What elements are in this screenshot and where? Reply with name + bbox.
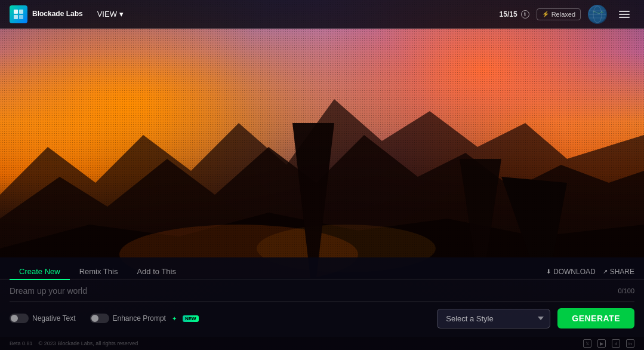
- prompt-row: 0/100: [0, 280, 644, 302]
- top-nav: Blockade Labs VIEW ▾ 15/15 ℹ Relaxed: [0, 0, 644, 29]
- logo-icon: [10, 5, 27, 23]
- tab-create-new[interactable]: Create New: [10, 263, 70, 280]
- svg-rect-11: [19, 15, 23, 19]
- download-icon: ⬇: [546, 268, 551, 275]
- menu-line-1: [619, 11, 630, 12]
- controls-right: Select a Style Anime Cartoon Cinematic D…: [437, 308, 634, 328]
- prompt-input[interactable]: [10, 286, 611, 296]
- style-select[interactable]: Select a Style Anime Cartoon Cinematic D…: [437, 309, 550, 328]
- svg-rect-8: [14, 10, 18, 14]
- tabs-row: Create New Remix This Add to This ⬇ DOWN…: [0, 257, 644, 280]
- relaxed-badge: Relaxed: [537, 8, 581, 20]
- generate-button[interactable]: GENERATE: [557, 308, 634, 328]
- download-button[interactable]: ⬇ DOWNLOAD: [546, 268, 596, 276]
- logo-text: Blockade Labs: [32, 10, 83, 18]
- enhance-prompt-label: Enhance Prompt: [113, 314, 166, 323]
- bottom-panel: Create New Remix This Add to This ⬇ DOWN…: [0, 257, 644, 337]
- menu-line-3: [619, 17, 630, 18]
- twitter-icon[interactable]: 𝕏: [583, 339, 591, 348]
- tab-add-to-this[interactable]: Add to This: [127, 263, 186, 280]
- globe-button[interactable]: [588, 5, 607, 24]
- nav-left: Blockade Labs VIEW ▾: [10, 5, 128, 23]
- tab-remix-this[interactable]: Remix This: [70, 263, 128, 280]
- menu-button[interactable]: [614, 8, 634, 20]
- mountain-silhouettes: [0, 87, 644, 278]
- menu-line-2: [619, 14, 630, 15]
- options-row: Negative Text Enhance Prompt ✦ NEW Selec…: [0, 302, 644, 337]
- enhance-prompt-group: Enhance Prompt ✦ NEW: [90, 314, 199, 323]
- footer-version: Beta 0.81 © 2023 Blockade Labs, all righ…: [10, 340, 138, 346]
- char-count: 0/100: [618, 287, 634, 294]
- linkedin-icon[interactable]: in: [626, 339, 634, 348]
- negative-text-group: Negative Text: [10, 314, 76, 323]
- app-container: Blockade Labs VIEW ▾ 15/15 ℹ Relaxed: [0, 0, 644, 350]
- share-icon: ↗: [603, 268, 608, 275]
- chevron-down-icon: ▾: [119, 10, 124, 19]
- view-button[interactable]: VIEW ▾: [93, 7, 128, 21]
- footer-social: 𝕏 ▶ d in: [583, 339, 634, 348]
- svg-rect-10: [14, 15, 18, 19]
- tab-actions-right: ⬇ DOWNLOAD ↗ SHARE: [546, 268, 634, 276]
- footer: Beta 0.81 © 2023 Blockade Labs, all righ…: [0, 337, 644, 350]
- info-icon: ℹ: [521, 10, 529, 19]
- nav-right: 15/15 ℹ Relaxed: [500, 5, 634, 24]
- share-button[interactable]: ↗ SHARE: [603, 268, 634, 276]
- credits-badge: 15/15 ℹ: [500, 10, 529, 19]
- sparkle-icon: ✦: [172, 315, 177, 322]
- credits-count: 15/15: [500, 10, 517, 19]
- enhance-prompt-toggle[interactable]: [90, 314, 109, 323]
- negative-text-toggle[interactable]: [10, 314, 29, 323]
- discord-icon[interactable]: d: [612, 339, 620, 348]
- youtube-icon[interactable]: ▶: [597, 339, 606, 348]
- new-badge: NEW: [183, 315, 199, 322]
- negative-text-label: Negative Text: [32, 314, 76, 323]
- logo: Blockade Labs: [10, 5, 83, 23]
- svg-rect-9: [19, 10, 23, 14]
